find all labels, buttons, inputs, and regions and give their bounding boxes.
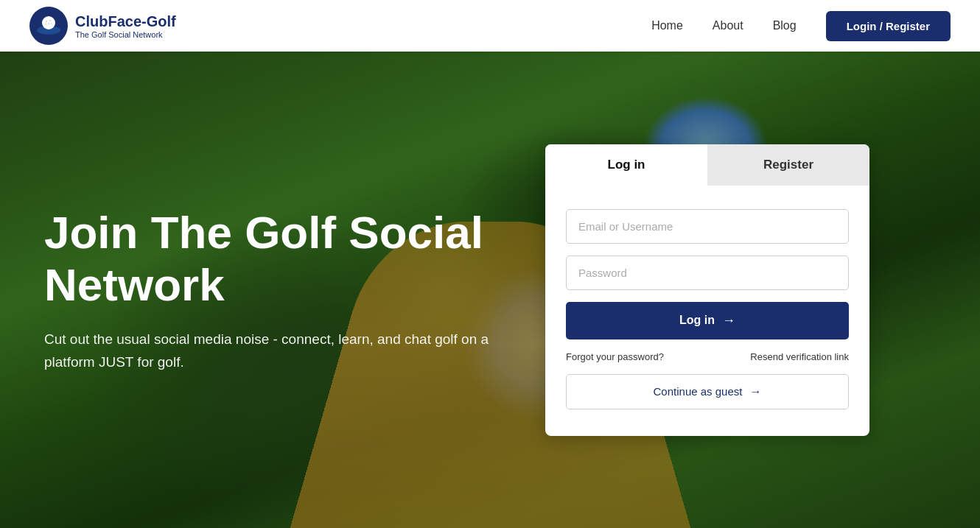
tab-login[interactable]: Log in <box>545 144 707 186</box>
login-arrow-icon: → <box>722 313 735 328</box>
nav-blog[interactable]: Blog <box>773 19 797 32</box>
logo[interactable]: ClubFace-Golf The Golf Social Network <box>29 7 176 45</box>
card-body: Log in → Forgot your password? Resend ve… <box>545 186 869 436</box>
svg-point-4 <box>49 20 51 21</box>
forgot-password-link[interactable]: Forgot your password? <box>566 351 664 362</box>
login-register-button[interactable]: Login / Register <box>826 11 951 41</box>
login-card: Log in Register Log in → Forgot your pas… <box>545 144 869 436</box>
hero-section: Join The Golf Social Network Cut out the… <box>0 0 980 528</box>
hero-content: Join The Golf Social Network Cut out the… <box>0 52 980 528</box>
nav-home[interactable]: Home <box>651 19 683 32</box>
svg-point-7 <box>51 23 52 24</box>
resend-verification-link[interactable]: Resend verification link <box>750 351 849 362</box>
hero-subtitle: Cut out the usual social media noise - c… <box>44 328 501 373</box>
tab-register[interactable]: Register <box>707 144 869 186</box>
login-submit-button[interactable]: Log in → <box>566 302 849 339</box>
login-submit-label: Log in <box>679 314 715 327</box>
logo-text: ClubFace-Golf The Golf Social Network <box>75 13 176 39</box>
guest-arrow-icon: → <box>749 385 761 398</box>
svg-point-5 <box>48 23 49 24</box>
hero-text-block: Join The Golf Social Network Cut out the… <box>44 206 501 373</box>
password-input[interactable] <box>566 256 849 290</box>
nav-links: Home About Blog Login / Register <box>651 11 951 41</box>
logo-subtitle: The Golf Social Network <box>75 30 176 39</box>
email-input[interactable] <box>566 209 849 244</box>
svg-point-3 <box>46 21 47 22</box>
guest-button[interactable]: Continue as guest → <box>566 374 849 409</box>
password-group <box>566 256 849 290</box>
email-group <box>566 209 849 244</box>
hero-title: Join The Golf Social Network <box>44 206 501 311</box>
logo-title: ClubFace-Golf <box>75 13 176 30</box>
navbar: ClubFace-Golf The Golf Social Network Ho… <box>0 0 980 52</box>
tab-row: Log in Register <box>545 144 869 186</box>
guest-label: Continue as guest <box>654 385 743 398</box>
nav-about[interactable]: About <box>713 19 743 32</box>
svg-point-6 <box>45 24 46 25</box>
links-row: Forgot your password? Resend verificatio… <box>566 351 849 362</box>
logo-icon <box>29 7 68 45</box>
